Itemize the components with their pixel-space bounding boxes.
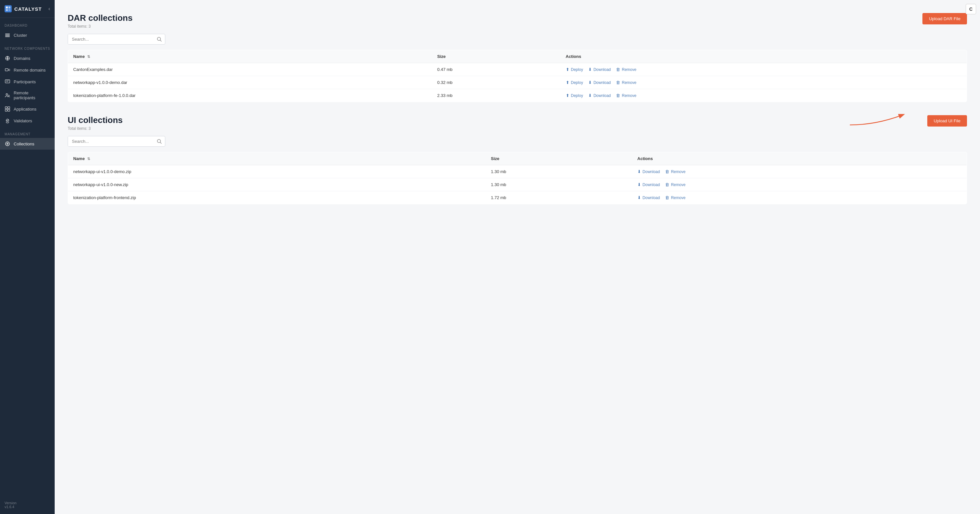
sidebar: CATALYST ‹ Dashboard Cluster Network com… (0, 0, 55, 514)
remove-label: Remove (622, 67, 636, 72)
svg-line-26 (161, 143, 162, 144)
file-size: 1.30 mb (486, 165, 632, 178)
table-row: networkapp-v1.0.0-demo.dar 0.32 mb ⬆ Dep… (68, 76, 967, 89)
deploy-button[interactable]: ⬆ Deploy (566, 67, 583, 72)
dar-col-name: Name ⇅ (68, 50, 432, 63)
ui-total-items: Total items: 3 (68, 126, 123, 131)
file-name: networkapp-v1.0.0-demo.dar (68, 76, 432, 89)
remove-button[interactable]: 🗑 Remove (616, 67, 636, 72)
table-row: tokenization-platform-fe-1.0.0.dar 2.33 … (68, 89, 967, 102)
download-icon: ⬇ (637, 169, 641, 174)
collapse-sidebar-button[interactable]: ‹ (48, 6, 50, 12)
upload-ui-button[interactable]: Upload UI File (927, 115, 967, 127)
sidebar-item-collections[interactable]: Collections (0, 138, 55, 150)
sidebar-item-cluster[interactable]: Cluster (0, 29, 55, 41)
deploy-button[interactable]: ⬆ Deploy (566, 80, 583, 85)
deploy-icon: ⬆ (566, 67, 570, 72)
download-label: Download (643, 183, 660, 187)
logo-icon (5, 5, 12, 12)
dar-search-input[interactable] (68, 34, 154, 44)
download-button[interactable]: ⬇ Download (588, 67, 611, 72)
svg-rect-6 (5, 36, 10, 37)
svg-rect-16 (8, 107, 10, 109)
download-label: Download (593, 80, 611, 85)
sort-icon: ⇅ (87, 55, 90, 59)
ui-search-button[interactable] (154, 136, 165, 146)
download-label: Download (593, 67, 611, 72)
deploy-label: Deploy (571, 67, 583, 72)
download-icon: ⬇ (637, 195, 641, 200)
sidebar-item-label: Domains (14, 56, 30, 61)
sidebar-item-remote-participants[interactable]: Remote participants (0, 88, 55, 103)
file-name: networkapp-ui-v1.0.0-new.zip (68, 178, 486, 191)
download-label: Download (643, 169, 660, 174)
download-button[interactable]: ⬇ Download (637, 195, 660, 200)
svg-rect-3 (8, 9, 10, 11)
svg-line-24 (161, 40, 162, 41)
collections-icon (5, 141, 10, 147)
top-right-button[interactable]: C (966, 4, 976, 14)
dar-search-container (68, 34, 165, 45)
applications-icon (5, 106, 10, 112)
sidebar-footer: Version v1.6.4 (0, 496, 55, 514)
svg-rect-10 (5, 80, 10, 83)
remove-button[interactable]: 🗑 Remove (665, 195, 686, 200)
remove-button[interactable]: 🗑 Remove (665, 169, 686, 174)
download-label: Download (643, 196, 660, 200)
file-name: tokenization-platform-frontend.zip (68, 191, 486, 204)
download-label: Download (593, 93, 611, 98)
top-right-label: C (969, 6, 972, 12)
sidebar-item-remote-domains[interactable]: Remote domains (0, 64, 55, 76)
sidebar-item-applications[interactable]: Applications (0, 103, 55, 115)
section-label-dashboard: Dashboard (0, 18, 55, 29)
dar-col-size: Size (432, 50, 561, 63)
file-name: CantonExamples.dar (68, 63, 432, 76)
remove-button[interactable]: 🗑 Remove (616, 93, 636, 98)
remove-icon: 🗑 (665, 182, 669, 187)
remove-icon: 🗑 (616, 67, 620, 72)
ui-col-size: Size (486, 152, 632, 165)
table-row: networkapp-ui-v1.0.0-demo.zip 1.30 mb ⬇ … (68, 165, 967, 178)
table-row: tokenization-platform-frontend.zip 1.72 … (68, 191, 967, 204)
search-icon (157, 37, 162, 41)
remote-participants-icon (5, 92, 10, 98)
download-button[interactable]: ⬇ Download (637, 169, 660, 174)
svg-rect-0 (6, 6, 8, 8)
ui-table-header-row: Name ⇅ Size Actions (68, 152, 967, 165)
remove-label: Remove (622, 93, 636, 98)
download-button[interactable]: ⬇ Download (588, 93, 611, 98)
file-size: 0.47 mb (432, 63, 561, 76)
sidebar-item-label: Remote domains (14, 68, 46, 73)
sidebar-item-participants[interactable]: Participants (0, 76, 55, 88)
sidebar-item-label: Validators (14, 118, 32, 123)
sidebar-item-validators[interactable]: Validators (0, 115, 55, 127)
dar-search-button[interactable] (154, 34, 165, 44)
table-row: networkapp-ui-v1.0.0-new.zip 1.30 mb ⬇ D… (68, 178, 967, 191)
file-size: 1.72 mb (486, 191, 632, 204)
file-size: 2.33 mb (432, 89, 561, 102)
svg-rect-4 (5, 33, 10, 35)
svg-rect-9 (5, 68, 8, 71)
sidebar-item-domains[interactable]: Domains (0, 53, 55, 64)
domains-icon (5, 55, 10, 61)
remove-icon: 🗑 (616, 80, 620, 85)
dar-collections-section: DAR collections Total items: 3 Upload DA… (68, 13, 967, 102)
download-button[interactable]: ⬇ Download (637, 182, 660, 187)
svg-rect-1 (8, 6, 10, 8)
file-name: networkapp-ui-v1.0.0-demo.zip (68, 165, 486, 178)
upload-dar-button[interactable]: Upload DAR File (923, 13, 967, 24)
remove-button[interactable]: 🗑 Remove (665, 182, 686, 187)
deploy-icon: ⬆ (566, 93, 570, 98)
deploy-button[interactable]: ⬆ Deploy (566, 93, 583, 98)
sidebar-section-network: Network components Domains Remote domain… (0, 41, 55, 127)
remove-label: Remove (671, 169, 686, 174)
ui-search-input[interactable] (68, 136, 154, 146)
sort-icon: ⇅ (87, 157, 90, 161)
remove-icon: 🗑 (665, 169, 669, 174)
download-button[interactable]: ⬇ Download (588, 80, 611, 85)
remove-label: Remove (671, 196, 686, 200)
file-size: 0.32 mb (432, 76, 561, 89)
sidebar-item-label: Collections (14, 142, 35, 146)
remove-button[interactable]: 🗑 Remove (616, 80, 636, 85)
upload-arrow-annotation (850, 109, 915, 128)
